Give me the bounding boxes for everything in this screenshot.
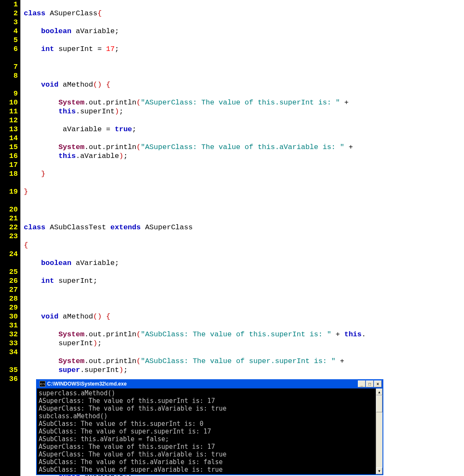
cmd-line: superclass.aMethod()	[39, 389, 115, 397]
line-number	[2, 357, 18, 366]
cmd-output[interactable]: superclass.aMethod() ASuperClass: The va…	[37, 389, 376, 474]
scroll-down-button[interactable]: ▼	[376, 468, 382, 474]
scroll-up-button[interactable]: ▲	[376, 389, 382, 395]
line-number	[2, 259, 18, 268]
code-line[interactable]: System.out.println("ASuperClass: The val…	[24, 98, 388, 116]
line-number: 34	[2, 348, 18, 357]
line-number: 6	[2, 45, 18, 54]
line-number: 33	[2, 339, 18, 348]
code-line[interactable]: }	[24, 169, 388, 178]
line-number: 21	[2, 214, 18, 223]
line-number-gutter: 1 2 3 4 5 6 7 8 9 10 11 12 13 14 15 16 1…	[0, 0, 20, 476]
line-number: 9	[2, 89, 18, 98]
line-number: 17	[2, 161, 18, 169]
line-number: 18	[2, 169, 18, 178]
code-line[interactable]: System.out.println("ASubClass: The value…	[24, 357, 388, 375]
cmd-window[interactable]: C:\ C:\WINDOWS\System32\cmd.exe _ □ × su…	[36, 379, 383, 475]
cmd-line: ASubClass: The value of super.superInt i…	[39, 428, 211, 435]
code-line[interactable]: System.out.println("ASubClass: The value…	[24, 330, 388, 348]
close-button[interactable]: ×	[374, 380, 382, 387]
code-line[interactable]	[24, 205, 388, 214]
line-number: 23	[2, 232, 18, 241]
line-number: 35	[2, 366, 18, 375]
code-line[interactable]: class ASubClassTest extends ASuperClass	[24, 223, 388, 232]
code-line[interactable]: void aMethod() {	[24, 80, 388, 89]
code-line[interactable]: int superInt = 17;	[24, 45, 388, 54]
line-number: 31	[2, 321, 18, 330]
line-number	[2, 54, 18, 62]
line-number: 36	[2, 375, 18, 383]
cmd-line: ASuperClass: The value of this.aVariable…	[39, 405, 227, 412]
line-number: 4	[2, 27, 18, 36]
code-line[interactable]	[24, 62, 388, 71]
code-line[interactable]: boolean aVariable;	[24, 259, 388, 268]
line-number: 30	[2, 312, 18, 321]
code-line[interactable]: aVariable = true;	[24, 125, 388, 134]
line-number	[2, 178, 18, 187]
code-line[interactable]: }	[24, 187, 388, 196]
code-line[interactable]: boolean aVariable;	[24, 27, 388, 36]
line-number: 24	[2, 250, 18, 259]
line-number	[2, 80, 18, 89]
line-number: 22	[2, 223, 18, 232]
line-number: 32	[2, 330, 18, 339]
cmd-line: ASubClass: The value of this.aVariable i…	[39, 458, 222, 466]
line-number: 12	[2, 116, 18, 125]
line-number: 2	[2, 9, 18, 18]
minimize-button[interactable]: _	[358, 380, 366, 387]
scroll-thumb[interactable]	[376, 395, 382, 412]
cmd-line: ASuperClass: The value of this.superInt …	[39, 397, 215, 405]
code-line[interactable]	[24, 294, 388, 303]
cmd-icon: C:\	[39, 381, 45, 387]
line-number: 14	[2, 134, 18, 143]
line-number: 26	[2, 276, 18, 285]
line-number: 27	[2, 285, 18, 294]
cmd-line: ASubClass: The value of this.superInt is…	[39, 420, 203, 428]
line-number: 20	[2, 205, 18, 214]
line-number: 28	[2, 294, 18, 303]
line-number: 3	[2, 18, 18, 27]
code-line[interactable]: System.out.println("ASuperClass: The val…	[24, 143, 388, 161]
line-number: 13	[2, 125, 18, 134]
line-number: 19	[2, 187, 18, 196]
line-number	[2, 241, 18, 250]
line-number: 29	[2, 303, 18, 312]
line-number: 16	[2, 152, 18, 161]
cmd-line: ASubClass: this.aVariable = false;	[39, 435, 169, 443]
cmd-scrollbar[interactable]: ▲ ▼	[376, 389, 382, 474]
code-line[interactable]: void aMethod() {	[24, 312, 388, 321]
cmd-line: ASuperClass: The value of this.aVariable…	[39, 451, 227, 458]
cmd-line: ASuperClass: The value of this.superInt …	[39, 443, 215, 451]
scroll-track[interactable]	[376, 412, 382, 468]
line-number: 15	[2, 143, 18, 152]
cmd-line: ASubClass: The value of super.aVariable …	[39, 466, 222, 473]
line-number: 8	[2, 71, 18, 80]
maximize-button[interactable]: □	[366, 380, 374, 387]
line-number: 1	[2, 0, 18, 9]
line-number: 10	[2, 98, 18, 107]
line-number: 7	[2, 62, 18, 71]
code-line[interactable]: {	[24, 241, 388, 250]
line-number: 11	[2, 107, 18, 116]
code-line[interactable]: int superInt;	[24, 276, 388, 285]
line-number: 25	[2, 268, 18, 276]
cmd-title: C:\WINDOWS\System32\cmd.exe	[47, 380, 358, 389]
cmd-titlebar[interactable]: C:\ C:\WINDOWS\System32\cmd.exe _ □ ×	[37, 379, 382, 389]
code-line[interactable]: class ASuperClass{	[24, 9, 388, 18]
cmd-line: subclass.aMethod()	[39, 412, 108, 420]
line-number: 5	[2, 36, 18, 45]
line-number	[2, 196, 18, 205]
